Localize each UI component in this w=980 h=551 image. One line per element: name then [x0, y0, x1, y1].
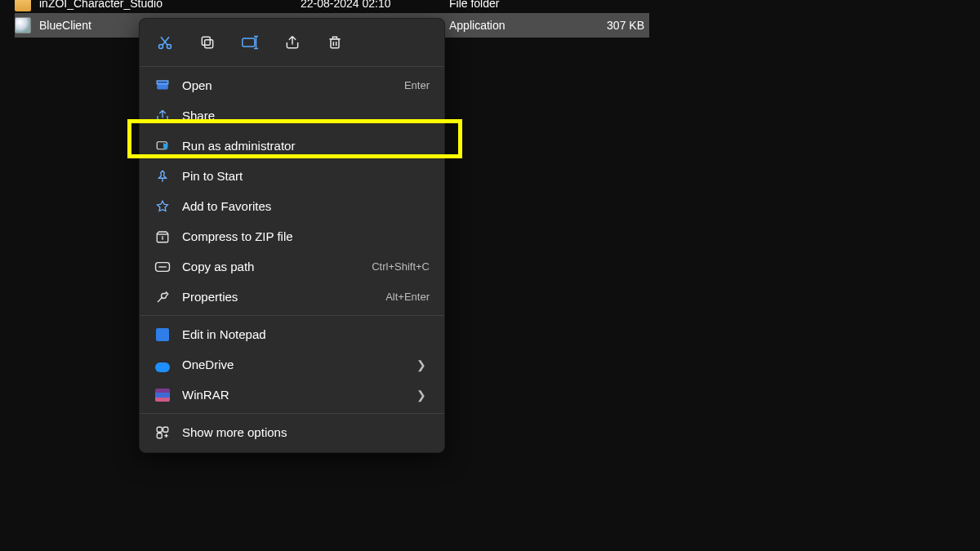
context-menu: Open Enter Share Run as administrator Pi…	[139, 18, 445, 453]
menu-run-as-administrator[interactable]: Run as administrator	[140, 131, 444, 161]
menu-add-to-favorites[interactable]: Add to Favorites	[140, 191, 444, 221]
file-name: inZOI_Character_Studio	[39, 0, 301, 10]
menu-label: Copy as path	[182, 260, 372, 273]
star-icon	[154, 198, 171, 215]
share-menu-icon	[154, 108, 171, 124]
menu-compress-zip[interactable]: Compress to ZIP file	[140, 221, 444, 251]
copy-icon[interactable]	[198, 33, 216, 51]
folder-icon	[15, 0, 31, 11]
menu-separator	[140, 66, 444, 67]
menu-label: OneDrive	[182, 358, 416, 371]
file-date: 22-08-2024 02:10	[301, 0, 464, 10]
onedrive-icon	[154, 357, 171, 373]
cut-icon[interactable]	[156, 33, 174, 51]
svg-rect-4	[205, 40, 213, 48]
menu-open[interactable]: Open Enter	[140, 70, 444, 100]
shield-admin-icon	[154, 138, 171, 154]
chevron-right-icon: ❯	[416, 389, 430, 402]
menu-copy-as-path[interactable]: Copy as path Ctrl+Shift+C	[140, 251, 444, 282]
file-type: Application	[449, 19, 506, 32]
menu-label: Properties	[182, 290, 385, 304]
notepad-icon	[154, 327, 171, 343]
svg-line-3	[161, 37, 167, 45]
svg-rect-6	[243, 38, 255, 47]
menu-properties[interactable]: Properties Alt+Enter	[140, 282, 444, 312]
pin-icon	[154, 168, 171, 184]
menu-edit-in-notepad[interactable]: Edit in Notepad	[140, 319, 444, 349]
application-icon	[15, 17, 31, 33]
wrench-icon	[154, 289, 171, 305]
menu-label: Edit in Notepad	[182, 327, 430, 341]
svg-point-0	[159, 45, 163, 49]
file-size: 307 KB	[607, 19, 649, 32]
open-icon	[154, 78, 171, 94]
menu-shortcut: Enter	[404, 79, 430, 91]
svg-rect-10	[331, 39, 339, 48]
delete-icon[interactable]	[326, 33, 344, 51]
menu-separator	[140, 413, 444, 414]
menu-pin-to-start[interactable]: Pin to Start	[140, 161, 444, 191]
svg-rect-14	[157, 81, 168, 84]
menu-label: Run as administrator	[182, 139, 430, 153]
menu-onedrive[interactable]: OneDrive ❯	[140, 349, 444, 380]
svg-line-2	[163, 37, 169, 45]
file-type: File folder	[449, 0, 499, 10]
menu-show-more-options[interactable]: Show more options	[140, 417, 444, 447]
menu-label: Open	[182, 78, 404, 92]
share-icon[interactable]	[283, 33, 301, 51]
zip-icon	[154, 229, 171, 245]
menu-shortcut: Alt+Enter	[385, 291, 430, 303]
svg-rect-22	[157, 433, 162, 438]
winrar-icon	[154, 387, 171, 403]
menu-separator	[140, 315, 444, 316]
menu-label: Show more options	[182, 425, 430, 439]
menu-label: Share	[182, 109, 430, 122]
svg-rect-20	[157, 427, 162, 432]
copy-path-icon	[154, 259, 171, 275]
context-menu-top-bar	[140, 24, 444, 63]
menu-label: Pin to Start	[182, 169, 430, 183]
menu-winrar[interactable]: WinRAR ❯	[140, 380, 444, 410]
more-options-icon	[154, 424, 171, 441]
menu-label: WinRAR	[182, 388, 416, 402]
svg-rect-5	[202, 37, 210, 45]
menu-shortcut: Ctrl+Shift+C	[372, 260, 430, 273]
svg-point-1	[167, 45, 172, 49]
svg-rect-21	[163, 427, 168, 432]
chevron-right-icon: ❯	[416, 358, 430, 371]
rename-icon[interactable]	[241, 33, 259, 51]
menu-label: Add to Favorites	[182, 199, 430, 213]
menu-share[interactable]: Share	[140, 100, 444, 131]
menu-label: Compress to ZIP file	[182, 229, 430, 243]
